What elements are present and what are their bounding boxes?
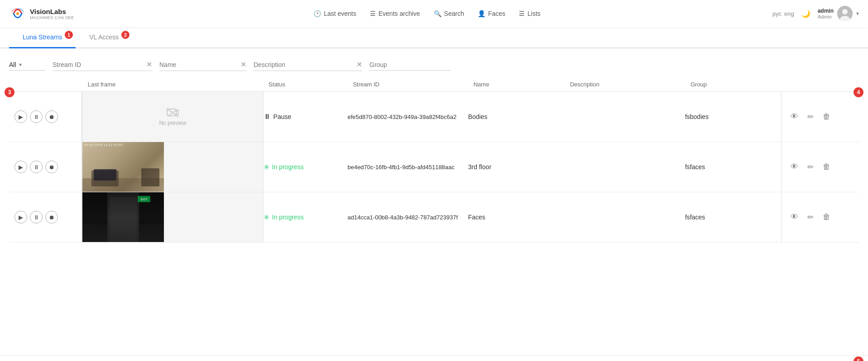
- user-menu[interactable]: admin Admin ▾: [818, 6, 859, 21]
- nav-events-archive[interactable]: ☰ Events archive: [370, 10, 420, 17]
- filter-bar: All ▾ ✕ ✕ ✕: [9, 56, 859, 74]
- row-3-pause-button[interactable]: ⏸: [30, 211, 43, 223]
- avatar[interactable]: [837, 6, 853, 21]
- row-2-play-button[interactable]: ▶: [14, 161, 27, 173]
- row-3-status-label: In progress: [272, 214, 304, 221]
- row-2-pause-button[interactable]: ⏸: [30, 161, 43, 173]
- user-name-label: admin: [818, 8, 834, 14]
- faces-icon: 👤: [478, 10, 485, 17]
- row-2-desc-cell: [565, 142, 685, 192]
- row-3-play-button[interactable]: ▶: [14, 211, 27, 223]
- row-3-name: Faces: [468, 214, 485, 221]
- archive-icon: ☰: [370, 10, 376, 17]
- status-filter-label: All: [9, 61, 16, 68]
- row-2-view-button[interactable]: 👁: [789, 161, 800, 173]
- row-1-edit-button[interactable]: ✏: [806, 110, 815, 124]
- tab-vl-access[interactable]: VL Access 2: [76, 27, 132, 48]
- logo-title: VisionLabs: [30, 8, 74, 15]
- row-1-streamid-cell: efe5d870-8002-432b-949a-39a82f4bc6a2: [347, 92, 468, 142]
- row-1-status-label: Pause: [273, 113, 292, 120]
- row-2-controls: ▶ ⏸ ⏺: [9, 142, 82, 192]
- lang-rus[interactable]: рус: [772, 10, 782, 17]
- row-1-status: ⏸ Pause: [264, 113, 348, 121]
- nav-search[interactable]: 🔍 Search: [434, 10, 464, 17]
- row-3-actions: 👁 ✏ 🗑: [782, 192, 859, 242]
- name-input[interactable]: [159, 61, 239, 68]
- col-status-header: Status: [263, 77, 347, 92]
- row-2-name: 3rd floor: [468, 163, 491, 171]
- row-2-actions-cell: 👁 ✏ 🗑: [782, 142, 859, 192]
- row-1-pause-button[interactable]: ⏸: [30, 110, 43, 123]
- row-3-desc-cell: [565, 192, 685, 242]
- row-3-stop-button[interactable]: ⏺: [45, 211, 58, 223]
- tab-vl-access-label: VL Access: [89, 33, 119, 41]
- lang-eng[interactable]: eng: [784, 10, 794, 17]
- nav-lists-label: Lists: [528, 10, 541, 17]
- description-input[interactable]: [254, 61, 355, 68]
- row-3-status: ✳ In progress: [264, 213, 348, 222]
- streams-table: Last frame Status Stream ID Name Descrip…: [9, 77, 859, 242]
- row-3-edit-button[interactable]: ✏: [806, 211, 815, 224]
- svg-point-3: [842, 9, 848, 14]
- row-3-actions-cell: 👁 ✏ 🗑: [782, 192, 859, 242]
- description-clear[interactable]: ✕: [356, 60, 362, 69]
- row-1-actions: 👁 ✏ 🗑: [782, 92, 859, 142]
- row-1-name: Bodies: [468, 113, 488, 120]
- user-dropdown-icon[interactable]: ▾: [856, 10, 859, 17]
- no-preview-label: No preview: [159, 120, 186, 126]
- theme-toggle-icon[interactable]: 🌙: [801, 10, 810, 18]
- logo-area: VisionLabs MACHINES CAN SEE: [9, 5, 82, 22]
- row-1-view-button[interactable]: 👁: [789, 110, 800, 123]
- lists-icon: ☰: [519, 10, 525, 17]
- user-info: admin Admin: [818, 8, 834, 19]
- group-input[interactable]: [369, 61, 451, 68]
- row-1-controls: ▶ ⏸ ⏺: [9, 92, 82, 142]
- main-content: All ▾ ✕ ✕ ✕: [0, 48, 868, 355]
- row-2-status-label: In progress: [272, 163, 304, 171]
- stream-id-input[interactable]: [53, 61, 144, 68]
- row-3-view-button[interactable]: 👁: [789, 211, 800, 223]
- row-2-controls-cell: ▶ ⏸ ⏺: [9, 142, 82, 192]
- nav-search-label: Search: [444, 10, 464, 17]
- row-2-edit-button[interactable]: ✏: [806, 161, 815, 174]
- col-actions-header: [782, 77, 859, 92]
- annotation-badge-5: 5: [854, 356, 863, 361]
- status-filter[interactable]: All ▾: [9, 59, 45, 71]
- row-1-delete-button[interactable]: 🗑: [821, 110, 832, 123]
- search-icon: 🔍: [434, 10, 441, 17]
- row-1-actions-cell: 4 👁 ✏ 🗑: [782, 92, 859, 142]
- status-filter-chevron: ▾: [19, 62, 22, 68]
- row-1-preview-cell: No preview: [82, 92, 263, 142]
- row-1-no-preview: No preview: [82, 92, 263, 142]
- col-group-header: Group: [685, 77, 782, 92]
- row-2-group: fsfaces: [685, 163, 705, 171]
- row-2-group-cell: fsfaces: [685, 142, 782, 192]
- nav-faces-label: Faces: [488, 10, 505, 17]
- row-2-preview-cell: 07:03:7974 12:41:53:93: [82, 142, 263, 192]
- row-2-delete-button[interactable]: 🗑: [821, 161, 832, 173]
- stream-id-clear[interactable]: ✕: [146, 60, 152, 69]
- col-streamid-header: Stream ID: [347, 77, 468, 92]
- nav-lists[interactable]: ☰ Lists: [519, 10, 541, 17]
- nav-events-archive-label: Events archive: [379, 10, 420, 17]
- row-3-status-cell: ✳ In progress: [263, 192, 347, 242]
- row-3-streamid: ad14cca1-00b8-4a3b-9482-787ad723937f: [347, 214, 458, 221]
- row-1-group-cell: fsbodies: [685, 92, 782, 142]
- logo-subtitle: MACHINES CAN SEE: [30, 15, 74, 20]
- nav-faces[interactable]: 👤 Faces: [478, 10, 505, 17]
- row-3-delete-button[interactable]: 🗑: [821, 211, 832, 223]
- main-nav: 🕐 Last events ☰ Events archive 🔍 Search …: [82, 10, 772, 17]
- row-2-stop-button[interactable]: ⏺: [45, 161, 58, 173]
- tab-luna-streams[interactable]: Luna Streams 1: [9, 27, 76, 48]
- row-2-name-cell: 3rd floor: [468, 142, 565, 192]
- nav-last-events[interactable]: 🕐 Last events: [313, 10, 356, 17]
- clock-icon: 🕐: [313, 10, 321, 17]
- col-name-header: Name: [468, 77, 565, 92]
- name-clear[interactable]: ✕: [240, 60, 246, 69]
- row-1-play-button[interactable]: ▶: [14, 110, 27, 123]
- row-3-controls-cell: ▶ ⏸ ⏺: [9, 192, 82, 242]
- col-controls: [9, 77, 82, 92]
- row-2-actions: 👁 ✏ 🗑: [782, 142, 859, 192]
- row-1-stop-button[interactable]: ⏺: [45, 110, 58, 123]
- language-switcher: рус eng: [772, 10, 794, 17]
